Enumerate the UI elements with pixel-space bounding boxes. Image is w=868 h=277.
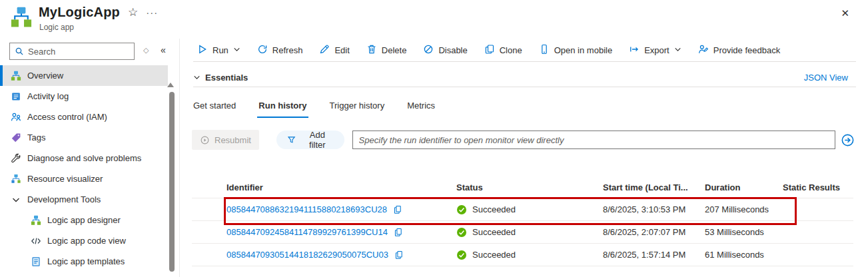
logic-app-icon bbox=[10, 6, 33, 29]
export-button[interactable]: Export bbox=[629, 44, 681, 57]
tab-bar: Get started Run history Trigger history … bbox=[192, 97, 436, 118]
filter-bar: Resubmit Add filter bbox=[192, 130, 855, 150]
template-icon bbox=[30, 256, 41, 267]
scrollbar-up-arrow[interactable] bbox=[167, 83, 174, 87]
run-button[interactable]: Run bbox=[197, 44, 240, 57]
start-time: 8/6/2025, 2:07:07 PM bbox=[603, 221, 685, 243]
resubmit-icon bbox=[200, 135, 210, 145]
favorite-star-icon[interactable]: ☆ bbox=[128, 5, 138, 19]
run-identifier-link[interactable]: 08584470930514418182629050075CU03 bbox=[226, 250, 388, 260]
open-in-mobile-button[interactable]: Open in mobile bbox=[539, 44, 612, 57]
prohibited-icon bbox=[423, 44, 434, 57]
sidebar-item-tags[interactable]: Tags bbox=[0, 127, 168, 148]
resubmit-button[interactable]: Resubmit bbox=[192, 130, 259, 150]
column-header-start-time[interactable]: Start time (Local Ti... bbox=[603, 176, 688, 198]
export-arrow-icon bbox=[629, 44, 640, 57]
code-brackets-icon bbox=[30, 235, 41, 246]
arrow-circle-icon bbox=[841, 133, 855, 147]
success-check-icon bbox=[456, 227, 467, 238]
status-label: Succeeded bbox=[472, 227, 516, 237]
success-check-icon bbox=[456, 204, 467, 215]
sidebar-item-resource-visualizer[interactable]: Resource visualizer bbox=[0, 168, 168, 189]
activity-log-icon bbox=[10, 91, 21, 102]
success-check-icon bbox=[456, 250, 467, 260]
open-monitor-view-button[interactable] bbox=[841, 133, 855, 147]
sidebar-item-logic-app-code-view[interactable]: Logic app code view bbox=[0, 230, 168, 251]
close-icon[interactable]: ✕ bbox=[841, 7, 849, 19]
sidebar-item-diagnose[interactable]: Diagnose and solve problems bbox=[0, 148, 168, 168]
sidebar-item-label: Diagnose and solve problems bbox=[27, 153, 141, 163]
refresh-icon bbox=[257, 44, 268, 57]
collapse-sidebar-icon[interactable]: « bbox=[161, 45, 166, 55]
copy-icon[interactable] bbox=[394, 228, 403, 237]
logic-app-designer-icon bbox=[30, 214, 41, 226]
clone-icon bbox=[484, 44, 495, 57]
run-identifier-link[interactable]: 08584470924584114789929761399CU14 bbox=[226, 227, 388, 237]
sidebar-nav: Overview Activity log bbox=[0, 65, 168, 272]
table-row[interactable]: 08584470924584114789929761399CU14 Succee… bbox=[192, 221, 853, 244]
sidebar-item-label: Resource visualizer bbox=[27, 174, 103, 184]
access-control-icon bbox=[10, 111, 21, 123]
page-title: MyLogicApp bbox=[39, 5, 120, 20]
column-header-static-results[interactable]: Static Results bbox=[783, 176, 840, 198]
status-label: Succeeded bbox=[472, 204, 516, 214]
sidebar: ◇ « Overview bbox=[0, 39, 180, 277]
sidebar-search-input[interactable] bbox=[28, 47, 129, 57]
edit-button[interactable]: Edit bbox=[319, 44, 349, 57]
table-row[interactable]: 08584470930514418182629050075CU03 Succee… bbox=[192, 244, 853, 266]
filter-funnel-icon bbox=[287, 135, 296, 144]
json-view-link[interactable]: JSON View bbox=[804, 73, 848, 83]
copy-icon[interactable] bbox=[393, 205, 402, 214]
pencil-icon bbox=[319, 44, 330, 57]
sidebar-item-label: Activity log bbox=[27, 91, 69, 101]
essentials-toggle[interactable]: Essentials bbox=[193, 73, 248, 83]
chevron-down-icon bbox=[233, 45, 240, 55]
copy-icon[interactable] bbox=[394, 250, 404, 260]
resource-type-label: Logic app bbox=[39, 23, 74, 32]
sidebar-item-overview[interactable]: Overview bbox=[0, 65, 168, 86]
sidebar-search-box[interactable] bbox=[9, 43, 135, 60]
diamond-icon[interactable]: ◇ bbox=[143, 46, 149, 55]
disable-button[interactable]: Disable bbox=[423, 44, 467, 57]
sidebar-item-logic-app-designer[interactable]: Logic app designer bbox=[0, 210, 168, 230]
table-row[interactable]: 08584470886321941115880218693CU28 Succee… bbox=[192, 198, 853, 221]
column-header-duration[interactable]: Duration bbox=[705, 176, 740, 198]
sidebar-group-development-tools[interactable]: Development Tools bbox=[0, 189, 168, 210]
run-history-table: 08584470886321941115880218693CU28 Succee… bbox=[192, 198, 853, 266]
tab-get-started[interactable]: Get started bbox=[192, 97, 237, 118]
tab-run-history[interactable]: Run history bbox=[257, 97, 308, 118]
page-header: MyLogicApp ☆ ··· Logic app ✕ bbox=[0, 0, 868, 39]
feedback-person-icon bbox=[698, 44, 709, 57]
sidebar-item-access-control[interactable]: Access control (IAM) bbox=[0, 107, 168, 127]
clone-button[interactable]: Clone bbox=[484, 44, 522, 57]
sidebar-item-activity-log[interactable]: Activity log bbox=[0, 86, 168, 107]
run-identifier-link[interactable]: 08584470886321941115880218693CU28 bbox=[226, 204, 387, 214]
more-options-icon[interactable]: ··· bbox=[146, 7, 158, 18]
start-time: 8/6/2025, 1:57:14 PM bbox=[603, 244, 685, 266]
sidebar-item-logic-app-templates[interactable]: Logic app templates bbox=[0, 251, 168, 272]
status-label: Succeeded bbox=[472, 250, 516, 260]
run-identifier-input[interactable] bbox=[352, 131, 835, 149]
sidebar-item-label: Access control (IAM) bbox=[27, 112, 107, 122]
wrench-icon bbox=[10, 152, 21, 164]
tag-icon bbox=[10, 132, 21, 143]
divider bbox=[193, 61, 856, 62]
sidebar-item-label: Overview bbox=[27, 71, 63, 81]
refresh-button[interactable]: Refresh bbox=[257, 44, 303, 57]
sidebar-scrollbar[interactable] bbox=[169, 92, 175, 272]
duration: 53 Milliseconds bbox=[705, 221, 764, 243]
chevron-down-icon bbox=[674, 45, 681, 55]
main-content: Run Refresh Edit Delete Disable Clon bbox=[180, 39, 868, 277]
sidebar-group-label: Development Tools bbox=[27, 194, 101, 204]
add-filter-button[interactable]: Add filter bbox=[276, 131, 344, 149]
chevron-down-icon bbox=[10, 194, 21, 205]
duration: 207 Milliseconds bbox=[705, 198, 769, 220]
tab-metrics[interactable]: Metrics bbox=[406, 97, 436, 118]
tab-trigger-history[interactable]: Trigger history bbox=[328, 97, 386, 118]
column-header-status[interactable]: Status bbox=[456, 176, 483, 198]
column-header-identifier[interactable]: Identifier bbox=[226, 176, 263, 198]
sidebar-item-label: Tags bbox=[27, 133, 45, 142]
sidebar-item-label: Logic app designer bbox=[47, 215, 121, 225]
delete-button[interactable]: Delete bbox=[366, 44, 407, 57]
provide-feedback-button[interactable]: Provide feedback bbox=[698, 44, 780, 57]
